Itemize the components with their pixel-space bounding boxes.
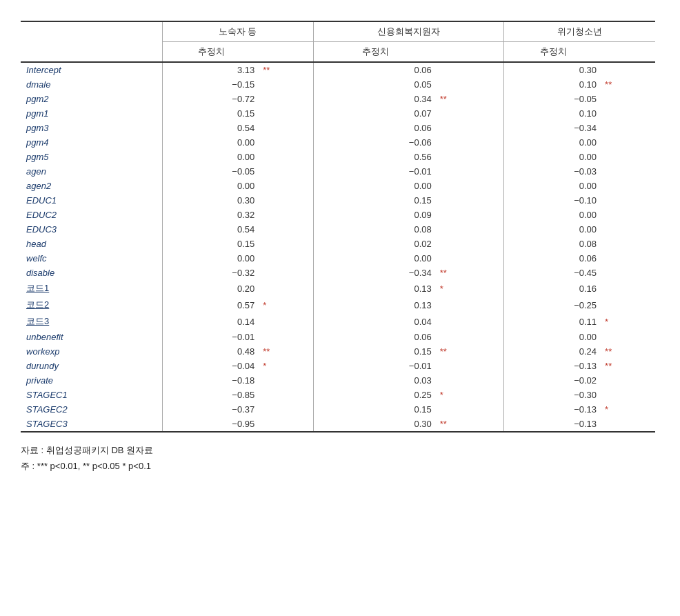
value-g1: 3.13: [162, 62, 260, 77]
value-g3: 0.00: [504, 135, 602, 150]
value-g3: 0.10: [504, 106, 602, 121]
value-g2: 0.15: [313, 402, 437, 417]
sig-g2: [437, 164, 504, 179]
value-g2: 0.00: [313, 179, 437, 193]
row-label: pgm1: [21, 106, 162, 121]
row-label: durundy: [21, 359, 162, 373]
sig-g1: [260, 280, 313, 297]
sig-g2: [437, 373, 504, 388]
row-label: dmale: [21, 77, 162, 92]
sig-g1: [260, 193, 313, 208]
subheader-v1: 추정치: [162, 42, 260, 63]
sig-g1: **: [260, 62, 313, 77]
sig-g3: [602, 373, 655, 388]
sig-g1: [260, 77, 313, 92]
table-row: 코드10.200.13*0.16: [21, 280, 655, 297]
value-g2: −0.06: [313, 135, 437, 150]
value-g2: 0.13: [313, 297, 437, 313]
table-row: STAGEC1−0.850.25*−0.30: [21, 388, 655, 402]
group-header-3: 위기청소년: [504, 21, 655, 42]
sig-g2: [437, 208, 504, 222]
table-row: pgm50.000.560.00: [21, 150, 655, 164]
value-g1: 0.54: [162, 222, 260, 237]
group-header-2: 신용회복지원자: [313, 21, 504, 42]
subheader-s2: [437, 42, 504, 63]
row-label: pgm5: [21, 150, 162, 164]
value-g1: 0.00: [162, 150, 260, 164]
table-row: STAGEC3−0.950.30**−0.13: [21, 417, 655, 432]
sig-g2: [437, 193, 504, 208]
regression-table: 노숙자 등 신용회복지원자 위기청소년 추정치 추정치 추정치 Intercep…: [21, 21, 655, 433]
sig-g1: [260, 388, 313, 402]
sig-g1: [260, 92, 313, 106]
value-g1: −0.85: [162, 388, 260, 402]
value-g2: 0.56: [313, 150, 437, 164]
value-g2: 0.06: [313, 330, 437, 344]
sig-g2: [437, 359, 504, 373]
row-label: pgm3: [21, 121, 162, 135]
value-g2: 0.00: [313, 251, 437, 266]
sig-g2: [437, 150, 504, 164]
sig-g3: [602, 330, 655, 344]
sig-g3: [602, 297, 655, 313]
value-g1: −0.18: [162, 373, 260, 388]
sig-g1: [260, 150, 313, 164]
sig-g3: *: [602, 313, 655, 330]
table-row: EDUC30.540.080.00: [21, 222, 655, 237]
sig-g2: **: [437, 266, 504, 280]
sig-g2: [437, 77, 504, 92]
value-g3: −0.45: [504, 266, 602, 280]
row-label: EDUC1: [21, 193, 162, 208]
value-g3: 0.11: [504, 313, 602, 330]
sig-g3: [602, 417, 655, 432]
table-row: pgm10.150.070.10: [21, 106, 655, 121]
corner-header: [21, 21, 162, 62]
value-g2: −0.34: [313, 266, 437, 280]
row-label: EDUC3: [21, 222, 162, 237]
value-g1: 0.00: [162, 135, 260, 150]
sig-g3: [602, 150, 655, 164]
footer-line-2: 주 : *** p<0.01, ** p<0.05 * p<0.1: [21, 458, 655, 474]
sig-g1: *: [260, 359, 313, 373]
sig-g3: [602, 164, 655, 179]
row-label: 코드1: [21, 280, 162, 297]
value-g2: 0.09: [313, 208, 437, 222]
sig-g3: [602, 179, 655, 193]
row-label: STAGEC3: [21, 417, 162, 432]
value-g2: 0.03: [313, 373, 437, 388]
value-g3: 0.16: [504, 280, 602, 297]
table-row: EDUC10.300.15−0.10: [21, 193, 655, 208]
row-label: welfc: [21, 251, 162, 266]
value-g1: −0.05: [162, 164, 260, 179]
value-g3: −0.13: [504, 402, 602, 417]
sig-g1: [260, 251, 313, 266]
value-g1: −0.32: [162, 266, 260, 280]
sig-g1: [260, 121, 313, 135]
sig-g1: [260, 237, 313, 251]
row-label: STAGEC1: [21, 388, 162, 402]
sig-g3: **: [602, 344, 655, 359]
sig-g3: *: [602, 402, 655, 417]
sig-g1: [260, 222, 313, 237]
sig-g2: *: [437, 280, 504, 297]
sig-g2: [437, 135, 504, 150]
value-g3: −0.03: [504, 164, 602, 179]
sig-g3: [602, 92, 655, 106]
sig-g1: [260, 266, 313, 280]
value-g3: −0.13: [504, 417, 602, 432]
value-g3: 0.24: [504, 344, 602, 359]
value-g2: 0.25: [313, 388, 437, 402]
sig-g2: **: [437, 417, 504, 432]
sig-g1: [260, 313, 313, 330]
sig-g3: **: [602, 77, 655, 92]
value-g2: 0.30: [313, 417, 437, 432]
sig-g2: [437, 62, 504, 77]
sig-g2: [437, 251, 504, 266]
row-label: unbenefit: [21, 330, 162, 344]
value-g3: −0.10: [504, 193, 602, 208]
sig-g2: [437, 222, 504, 237]
value-g3: 0.00: [504, 150, 602, 164]
subheader-v2: 추정치: [313, 42, 437, 63]
value-g3: −0.13: [504, 359, 602, 373]
value-g1: 0.15: [162, 237, 260, 251]
